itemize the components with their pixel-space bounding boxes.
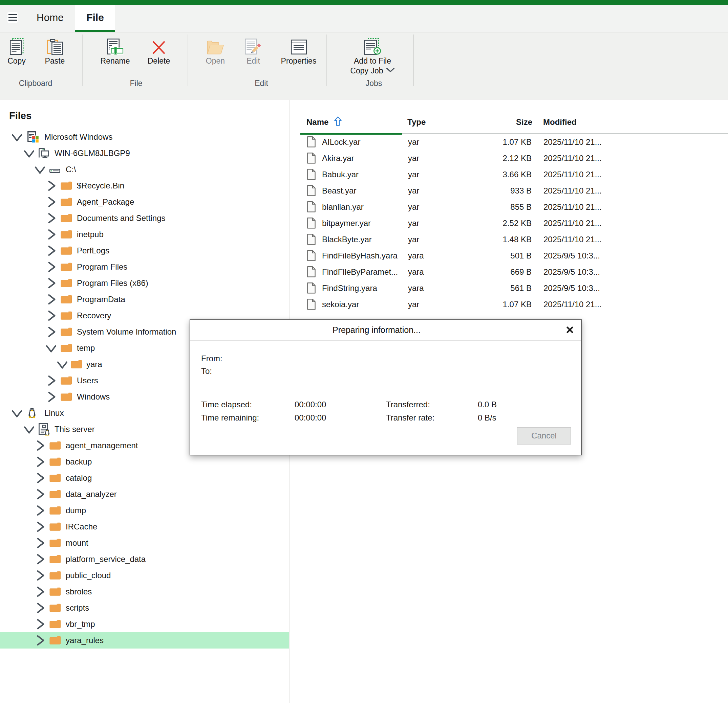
tree-item-perflogs[interactable]: PerfLogs — [0, 243, 289, 259]
file-icon — [307, 234, 316, 245]
tree-item-recycle-bin[interactable]: $Recycle.Bin — [0, 178, 289, 194]
chevron-right-icon[interactable] — [35, 473, 45, 483]
tab-home[interactable]: Home — [33, 5, 67, 30]
tree-item-scripts[interactable]: scripts — [0, 600, 289, 616]
chevron-down-icon[interactable] — [12, 132, 22, 143]
chevron-right-icon[interactable] — [46, 213, 56, 223]
chevron-right-icon[interactable] — [46, 327, 56, 337]
chevron-right-icon[interactable] — [35, 440, 45, 451]
file-row-beast-yar[interactable]: Beast.yar yar 933 B 2025/11/10 21... — [289, 183, 728, 199]
computer-icon — [39, 148, 49, 158]
tree-item-catalog[interactable]: catalog — [0, 470, 289, 486]
chevron-down-icon[interactable] — [57, 359, 68, 370]
close-icon[interactable] — [563, 323, 577, 337]
tree-item-programdata[interactable]: ProgramData — [0, 291, 289, 308]
chevron-right-icon[interactable] — [46, 294, 56, 305]
tree-item-yara-rules[interactable]: yara_rules — [0, 632, 289, 648]
file-row-blackbyte-yar[interactable]: BlackByte.yar yar 1.48 KB 2025/11/10 21.… — [289, 231, 728, 248]
copy-button[interactable]: Copy — [1, 32, 32, 91]
tree-item-data-analyzer[interactable]: data_analyzer — [0, 486, 289, 503]
chevron-right-icon[interactable] — [46, 262, 56, 272]
tree-item-dump[interactable]: dump — [0, 503, 289, 519]
rename-button[interactable]: Rename — [96, 32, 134, 91]
chevron-right-icon[interactable] — [46, 392, 56, 402]
chevron-right-icon[interactable] — [46, 197, 56, 207]
column-header-size[interactable]: Size — [498, 117, 532, 127]
tree-item-mount[interactable]: mount — [0, 535, 289, 551]
tree-item-label: Linux — [44, 408, 64, 418]
tree-item-ircache[interactable]: IRCache — [0, 519, 289, 535]
file-row-bianlian-yar[interactable]: bianlian.yar yar 855 B 2025/11/10 21... — [289, 199, 728, 215]
column-header-modified[interactable]: Modified — [543, 117, 577, 127]
chevron-right-icon[interactable] — [46, 310, 56, 321]
edit-button[interactable]: Edit — [238, 32, 269, 91]
properties-button[interactable]: Properties — [274, 32, 323, 91]
tree-item-backup[interactable]: backup — [0, 454, 289, 470]
ribbon-group-divider — [413, 35, 414, 86]
file-row-findstring-yara[interactable]: FindString.yara yara 561 B 2025/9/5 10:3… — [289, 280, 728, 296]
tree-item-platform-service-data[interactable]: platform_service_data — [0, 551, 289, 568]
add-to-file-copy-job-button[interactable]: Add to FileCopy Job — [343, 32, 402, 91]
tree-item-documents-and-settings[interactable]: Documents and Settings — [0, 210, 289, 226]
tree-item-vbr-tmp[interactable]: vbr_tmp — [0, 616, 289, 632]
tree-item-agent-package[interactable]: Agent_Package — [0, 194, 289, 210]
tree-item-microsoft-windows[interactable]: Microsoft Windows — [0, 129, 289, 145]
column-header-type[interactable]: Type — [407, 117, 426, 127]
file-row-sekoia-yar[interactable]: sekoia.yar yar 1.07 KB 2025/11/10 21... — [289, 296, 728, 313]
file-modified: 2025/11/10 21... — [543, 186, 602, 196]
tree-item-c[interactable]: C:\ — [0, 161, 289, 178]
file-modified: 2025/9/5 10:3... — [543, 284, 600, 293]
chevron-right-icon[interactable] — [35, 505, 45, 516]
column-header-name[interactable]: Name — [306, 117, 328, 127]
chevron-right-icon[interactable] — [46, 245, 56, 256]
file-row-findfilebyhash-yara[interactable]: FindFileByHash.yara yara 501 B 2025/9/5 … — [289, 248, 728, 264]
folder-icon — [61, 328, 72, 336]
tree-item-label: platform_service_data — [66, 555, 146, 564]
tree-item-public-cloud[interactable]: public_cloud — [0, 568, 289, 583]
chevron-right-icon[interactable] — [46, 180, 56, 191]
file-row-akira-yar[interactable]: Akira.yar yar 2.12 KB 2025/11/10 21... — [289, 150, 728, 166]
tree-item-sbroles[interactable]: sbroles — [0, 583, 289, 600]
file-row-bitpaymer-yar[interactable]: bitpaymer.yar yar 2.52 KB 2025/11/10 21.… — [289, 215, 728, 231]
cancel-button[interactable]: Cancel — [517, 427, 571, 445]
tree-item-label: ProgramData — [77, 295, 125, 304]
tree-item-program-files-x86[interactable]: Program Files (x86) — [0, 275, 289, 291]
file-modified: 2025/11/10 21... — [543, 154, 602, 163]
file-modified: 2025/11/10 21... — [543, 219, 602, 228]
chevron-right-icon[interactable] — [35, 457, 45, 467]
paste-button[interactable]: Paste — [39, 32, 71, 91]
tree-item-program-files[interactable]: Program Files — [0, 259, 289, 275]
chevron-right-icon[interactable] — [35, 602, 45, 613]
chevron-right-icon[interactable] — [35, 635, 45, 646]
chevron-down-icon[interactable] — [46, 343, 56, 353]
file-row-findfilebyparamet[interactable]: FindFileByParamet... yara 669 B 2025/9/5… — [289, 264, 728, 280]
ribbon-button-label: Add to FileCopy Job — [343, 56, 402, 76]
file-row-ailock-yar[interactable]: AILock.yar yar 1.07 KB 2025/11/10 21... — [289, 134, 728, 150]
chevron-right-icon[interactable] — [35, 521, 45, 532]
chevron-down-icon[interactable] — [35, 164, 45, 175]
chevron-down-icon[interactable] — [24, 424, 35, 435]
file-size: 561 B — [481, 284, 532, 293]
open-button[interactable]: Open — [200, 32, 231, 91]
tab-file[interactable]: File — [75, 5, 115, 30]
tree-item-win-6glm8jlbgp9[interactable]: WIN-6GLM8JLBGP9 — [0, 145, 289, 161]
chevron-down-icon[interactable] — [24, 148, 35, 158]
dialog-time-elapsed-value: 00:00:00 — [295, 400, 326, 409]
chevron-right-icon[interactable] — [35, 489, 45, 500]
tree-item-label: yara — [86, 360, 102, 369]
chevron-right-icon[interactable] — [35, 554, 45, 565]
chevron-down-icon[interactable] — [12, 408, 22, 418]
chevron-right-icon[interactable] — [46, 229, 56, 240]
menu-icon[interactable] — [7, 12, 17, 23]
chevron-right-icon[interactable] — [35, 586, 45, 597]
tree-item-label: temp — [77, 343, 95, 353]
delete-button[interactable]: Delete — [142, 32, 176, 91]
chevron-right-icon[interactable] — [46, 375, 56, 386]
chevron-right-icon[interactable] — [35, 619, 45, 630]
file-name: FindFileByHash.yara — [322, 251, 397, 261]
file-row-babuk-yar[interactable]: Babuk.yar yar 3.66 KB 2025/11/10 21... — [289, 166, 728, 183]
tree-item-inetpub[interactable]: inetpub — [0, 226, 289, 243]
chevron-right-icon[interactable] — [46, 278, 56, 288]
chevron-right-icon[interactable] — [35, 570, 45, 581]
chevron-right-icon[interactable] — [35, 537, 45, 548]
